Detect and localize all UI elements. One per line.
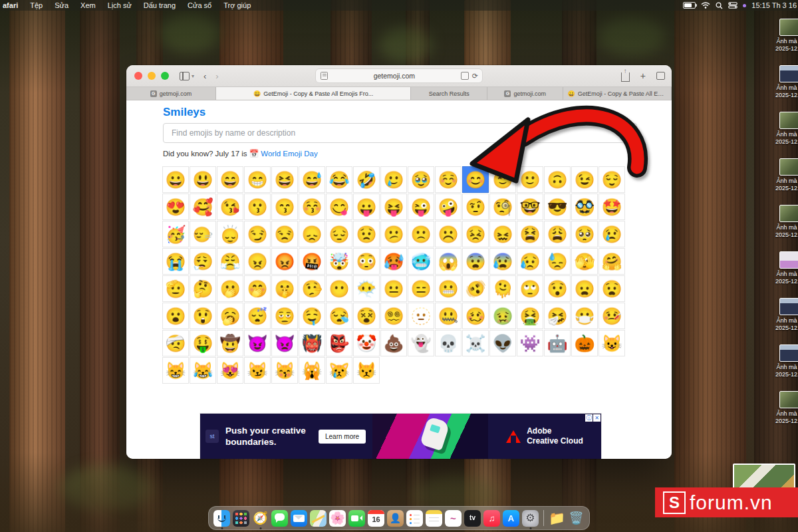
emoji-cell[interactable]: 😅 xyxy=(299,166,325,193)
emoji-cell[interactable]: 😦 xyxy=(571,275,598,302)
emoji-cell[interactable]: 💩 xyxy=(380,330,407,356)
emoji-cell[interactable]: 🤧 xyxy=(544,303,571,329)
emoji-cell[interactable]: 😄 xyxy=(217,166,243,193)
extension-icon[interactable] xyxy=(461,72,469,80)
emoji-cell[interactable]: 🫩 xyxy=(271,303,298,329)
emoji-cell[interactable]: 😱 xyxy=(435,248,462,275)
emoji-cell[interactable]: 😲 xyxy=(190,303,216,329)
dock-icon-reminders[interactable] xyxy=(406,510,423,527)
emoji-cell[interactable]: 😧 xyxy=(598,275,625,302)
emoji-cell[interactable]: 😨 xyxy=(462,248,489,275)
emoji-cell[interactable]: 🤗 xyxy=(598,248,625,275)
back-button[interactable]: ‹ xyxy=(203,71,206,81)
emoji-cell[interactable]: 😖 xyxy=(489,221,516,247)
desktop-file[interactable]: Ảnh mà2025-12... xyxy=(775,19,798,53)
dock-icon-appletv[interactable]: tv xyxy=(464,510,481,527)
emoji-cell[interactable]: 😏 xyxy=(244,221,271,247)
dock-icon-safari[interactable]: 🧭 xyxy=(252,510,269,527)
emoji-cell[interactable]: 😿 xyxy=(326,357,352,384)
emoji-cell[interactable]: 😢 xyxy=(598,221,625,247)
emoji-cell[interactable]: 😔 xyxy=(326,221,352,247)
zoom-button[interactable] xyxy=(161,72,169,80)
emoji-cell[interactable]: 😎 xyxy=(544,194,571,220)
reload-icon[interactable]: ⟳ xyxy=(472,72,478,80)
emoji-cell[interactable]: 😆 xyxy=(271,166,298,193)
dock-icon-finder[interactable] xyxy=(213,510,230,527)
emoji-cell[interactable]: 🤑 xyxy=(190,330,216,356)
emoji-cell[interactable]: 🤪 xyxy=(435,194,462,220)
emoji-cell[interactable]: 😟 xyxy=(353,221,380,247)
ad-banner[interactable]: st Push your creative boundaries. Learn … xyxy=(200,413,602,459)
emoji-cell[interactable]: 😶 xyxy=(326,275,352,302)
address-bar[interactable]: getemoji.com ⟳ xyxy=(315,68,483,83)
emoji-cell[interactable]: 😐 xyxy=(380,275,407,302)
emoji-cell[interactable]: 🤕 xyxy=(162,330,189,356)
emoji-cell[interactable]: 💀 xyxy=(435,330,462,356)
emoji-cell[interactable]: 🫨 xyxy=(462,275,489,302)
emoji-cell[interactable]: 🤣 xyxy=(353,166,380,193)
world-emoji-day-link[interactable]: World Emoji Day xyxy=(261,150,317,158)
emoji-cell[interactable]: 👺 xyxy=(326,330,352,356)
desktop-file[interactable]: Ảnh mà2025-12... xyxy=(775,251,798,285)
emoji-cell[interactable]: 🥵 xyxy=(380,248,407,275)
emoji-cell[interactable]: 😝 xyxy=(380,194,407,220)
emoji-cell[interactable]: 😴 xyxy=(244,303,271,329)
emoji-cell[interactable]: 😻 xyxy=(217,357,243,384)
emoji-cell[interactable]: 😹 xyxy=(190,357,216,384)
emoji-cell[interactable]: 🤯 xyxy=(326,248,352,275)
minimize-button[interactable] xyxy=(148,72,156,80)
dock-icon-maps[interactable] xyxy=(310,510,327,527)
forward-button[interactable]: › xyxy=(215,71,218,81)
tab-overview-icon[interactable] xyxy=(656,72,665,80)
dock-icon-freeform[interactable]: ~ xyxy=(445,510,462,527)
emoji-cell[interactable]: 👻 xyxy=(408,330,434,356)
emoji-cell[interactable]: 😥 xyxy=(517,248,543,275)
ad-close-icon[interactable]: ✕ xyxy=(593,414,600,422)
emoji-cell[interactable]: 😕 xyxy=(380,221,407,247)
battery-icon[interactable] xyxy=(683,2,696,9)
dock-icon-messages[interactable] xyxy=(271,510,288,527)
dock-icon-music[interactable]: ♫ xyxy=(483,510,500,527)
desktop-file[interactable]: Ảnh mà2025-12... xyxy=(775,298,798,332)
emoji-cell[interactable]: 😁 xyxy=(244,166,271,193)
desktop-file[interactable]: Ảnh mà2025-12... xyxy=(775,158,798,192)
menu-item-dấu-trang[interactable]: Dấu trang xyxy=(138,1,182,9)
emoji-cell[interactable]: 🤒 xyxy=(598,303,625,329)
emoji-cell[interactable]: 😓 xyxy=(544,248,571,275)
desktop-file[interactable]: Ảnh mà2025-12... xyxy=(775,391,798,425)
spotlight-search-icon[interactable] xyxy=(716,2,723,9)
emoji-cell[interactable]: 😽 xyxy=(271,357,298,384)
emoji-cell[interactable]: 🤓 xyxy=(517,194,543,220)
menu-item-trợ-giúp[interactable]: Trợ giúp xyxy=(217,1,257,9)
emoji-cell[interactable]: 😘 xyxy=(217,194,243,220)
browser-tab-1[interactable]: Ggetmoji.com xyxy=(126,87,216,100)
wifi-icon[interactable] xyxy=(701,2,710,9)
control-center-icon[interactable] xyxy=(728,2,737,9)
emoji-cell[interactable]: 🫥 xyxy=(408,303,434,329)
emoji-cell[interactable]: 😳 xyxy=(353,248,380,275)
emoji-cell[interactable]: 🧐 xyxy=(489,194,516,220)
emoji-cell[interactable]: 😜 xyxy=(408,194,434,220)
menu-item-cửa-sổ[interactable]: Cửa sổ xyxy=(182,1,217,9)
emoji-cell[interactable]: 🥰 xyxy=(190,194,216,220)
emoji-cell[interactable]: 🥶 xyxy=(408,248,434,275)
emoji-cell[interactable]: ☹️ xyxy=(435,221,462,247)
emoji-cell[interactable]: 👿 xyxy=(271,330,298,356)
emoji-cell[interactable]: 😭 xyxy=(162,248,189,275)
emoji-cell[interactable]: 🥲 xyxy=(380,166,407,193)
emoji-cell[interactable]: 🙂‍↔️ xyxy=(190,221,216,247)
dock-icon-downloads[interactable]: 📁 xyxy=(549,510,565,527)
close-button[interactable] xyxy=(134,72,142,80)
emoji-cell[interactable]: 🫣 xyxy=(571,248,598,275)
emoji-cell[interactable]: 🤐 xyxy=(435,303,462,329)
emoji-cell[interactable]: 😈 xyxy=(244,330,271,356)
menu-item-lịch-sử[interactable]: Lịch sử xyxy=(102,1,138,9)
emoji-cell[interactable]: ☺️ xyxy=(435,166,462,193)
dock-icon-appstore[interactable]: A xyxy=(503,510,519,527)
emoji-cell[interactable]: 😵‍💫 xyxy=(380,303,407,329)
emoji-cell[interactable]: 😼 xyxy=(244,357,271,384)
ad-choices-icons[interactable]: ⓘ✕ xyxy=(585,414,600,422)
dock-icon-trash[interactable]: 🗑️ xyxy=(568,510,585,527)
emoji-cell[interactable]: 😩 xyxy=(544,221,571,247)
desktop-file[interactable]: Ảnh mà2025-12... xyxy=(775,65,798,99)
